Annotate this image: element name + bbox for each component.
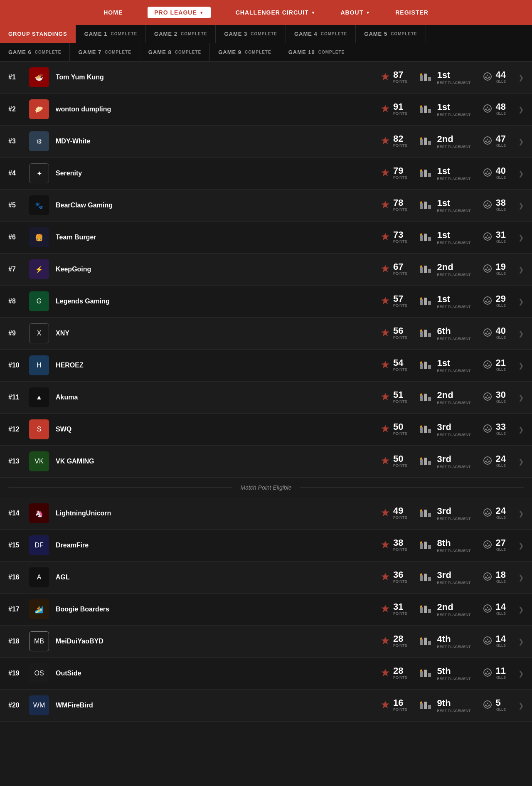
svg-marker-54 (382, 265, 389, 272)
tab-game-9[interactable]: GAME 9 COMPLETE (210, 43, 280, 61)
expand-icon[interactable]: ❯ (518, 458, 524, 466)
tab-game-4[interactable]: GAME 4 COMPLETE (286, 25, 356, 43)
table-row[interactable]: #6 🍔 Team Burger 73 POINTS (0, 222, 532, 254)
table-row[interactable]: #2 🥟 wonton dumpling 91 POINTS (0, 94, 532, 126)
expand-icon[interactable]: ❯ (518, 670, 524, 678)
table-row[interactable]: #16 A AGL 36 POINTS (0, 562, 532, 594)
placement-value: 1st (437, 102, 471, 113)
nav-challenger-circuit[interactable]: CHALLENGER CIRCUIT ▼ (236, 9, 316, 16)
table-row[interactable]: #3 ⚙ MDY-White 82 POINTS (0, 126, 532, 158)
points-label: POINTS (393, 271, 407, 276)
table-row[interactable]: #15 DF DreamFire 38 POINTS (0, 530, 532, 562)
expand-icon[interactable]: ❯ (518, 138, 524, 145)
tab-game-5[interactable]: GAME 5 COMPLETE (356, 25, 426, 43)
tab-game-3[interactable]: GAME 3 COMPLETE (216, 25, 286, 43)
expand-icon[interactable]: ❯ (518, 394, 524, 402)
points-label: POINTS (393, 431, 407, 436)
svg-point-179 (487, 702, 488, 704)
table-row[interactable]: #12 S SWQ 50 POINTS (0, 414, 532, 446)
nav-about[interactable]: ABOUT ▼ (341, 9, 371, 16)
svg-rect-65 (424, 298, 427, 305)
expand-icon[interactable]: ❯ (518, 202, 524, 209)
kills-value: 5 (495, 698, 506, 707)
svg-point-61 (488, 269, 490, 270)
team-logo-icon: G (37, 298, 42, 305)
expand-icon[interactable]: ❯ (518, 574, 524, 581)
team-rank: #13 (8, 458, 29, 465)
tab-game-10[interactable]: GAME 10 COMPLETE (280, 43, 354, 61)
svg-rect-136 (420, 575, 423, 581)
table-row[interactable]: #4 ✦ Serenity 79 POINTS (0, 158, 532, 190)
team-rank: #18 (8, 638, 29, 645)
points-icon (381, 456, 390, 467)
expand-icon[interactable]: ❯ (518, 106, 524, 113)
expand-icon[interactable]: ❯ (518, 330, 524, 338)
team-rank: #19 (8, 670, 29, 677)
table-row[interactable]: #14 🦄 LightningUnicorn 49 POINTS (0, 498, 532, 530)
expand-icon[interactable]: ❯ (518, 298, 524, 306)
kills-icon (483, 424, 492, 435)
points-icon (381, 424, 390, 435)
tab-game-8[interactable]: GAME 8 COMPLETE (140, 43, 210, 61)
svg-point-166 (420, 669, 422, 671)
table-row[interactable]: #19 OS OutSide 28 POINTS (0, 658, 532, 690)
table-row[interactable]: #1 🍜 Tom Yum Kung 87 POINTS (0, 62, 532, 94)
nav-register[interactable]: REGISTER (395, 9, 429, 16)
points-stat: 36 POINTS (381, 570, 407, 584)
points-value: 28 (393, 634, 407, 643)
expand-icon[interactable]: ❯ (518, 542, 524, 549)
svg-rect-91 (420, 395, 423, 401)
kills-icon (483, 572, 492, 583)
kills-label: KILLS (495, 335, 506, 340)
expand-icon[interactable]: ❯ (518, 702, 524, 710)
table-row[interactable]: #17 🏄 Boogie Boarders 31 POINTS (0, 594, 532, 626)
tab-game-2[interactable]: GAME 2 COMPLETE (146, 25, 216, 43)
table-row[interactable]: #20 WM WMFireBird 16 POINTS (0, 690, 532, 722)
placement-stat: 4th BEST PLACEMENT (420, 634, 471, 649)
expand-icon[interactable]: ❯ (518, 606, 524, 614)
svg-marker-135 (382, 573, 389, 580)
tab-game-6[interactable]: GAME 6 COMPLETE (0, 43, 70, 61)
table-row[interactable]: #10 H HEROEZ 54 POINTS (0, 350, 532, 382)
placement-icon (420, 104, 431, 115)
tab-game-1[interactable]: GAME 1 COMPLETE (76, 25, 146, 43)
table-row[interactable]: #11 ▲ Akuma 51 POINTS (0, 382, 532, 414)
tab-group-standings[interactable]: GROUP STANDINGS (0, 25, 76, 43)
table-row[interactable]: #8 G Legends Gaming 57 POINTS (0, 286, 532, 318)
table-row[interactable]: #18 MB MeiDuiYaoBYD 28 POINTS (0, 626, 532, 658)
expand-icon[interactable]: ❯ (518, 510, 524, 517)
table-row[interactable]: #7 ⚡ KeepGoing 67 POINTS (0, 254, 532, 286)
table-row[interactable]: #9 X XNY 56 POINTS (0, 318, 532, 350)
expand-icon[interactable]: ❯ (518, 266, 524, 273)
nav-home[interactable]: HOME (103, 9, 123, 16)
expand-icon[interactable]: ❯ (518, 426, 524, 434)
svg-point-67 (420, 297, 422, 299)
svg-point-176 (484, 701, 491, 708)
team-logo: 🍜 (29, 67, 49, 87)
svg-rect-146 (424, 606, 427, 613)
svg-marker-36 (382, 201, 389, 208)
svg-point-34 (488, 172, 490, 174)
expand-icon[interactable]: ❯ (518, 170, 524, 177)
svg-rect-172 (420, 703, 423, 709)
svg-rect-48 (428, 237, 431, 241)
expand-icon[interactable]: ❯ (518, 74, 524, 81)
svg-rect-137 (424, 574, 427, 581)
svg-rect-2 (424, 74, 427, 81)
kills-stat: 11 KILLS (483, 666, 506, 680)
team-logo: 🍔 (29, 227, 49, 247)
svg-rect-75 (428, 333, 431, 337)
expand-icon[interactable]: ❯ (518, 638, 524, 646)
expand-icon[interactable]: ❯ (518, 362, 524, 370)
expand-icon[interactable]: ❯ (518, 234, 524, 241)
tab-game-7[interactable]: GAME 7 COMPLETE (70, 43, 140, 61)
nav-pro-league[interactable]: PRO LEAGUE ▼ (148, 7, 210, 18)
svg-point-94 (420, 393, 422, 395)
table-row[interactable]: #13 VK VK GAMING 50 POINTS (0, 446, 532, 478)
team-stats: 56 POINTS 6th BEST PLACEMENT (381, 326, 506, 341)
table-row[interactable]: #5 🐾 BearClaw Gaming 78 POINTS (0, 190, 532, 222)
points-value: 54 (393, 358, 407, 367)
kills-label: KILLS (495, 111, 506, 116)
kills-icon (483, 508, 492, 519)
team-logo: G (29, 291, 49, 311)
